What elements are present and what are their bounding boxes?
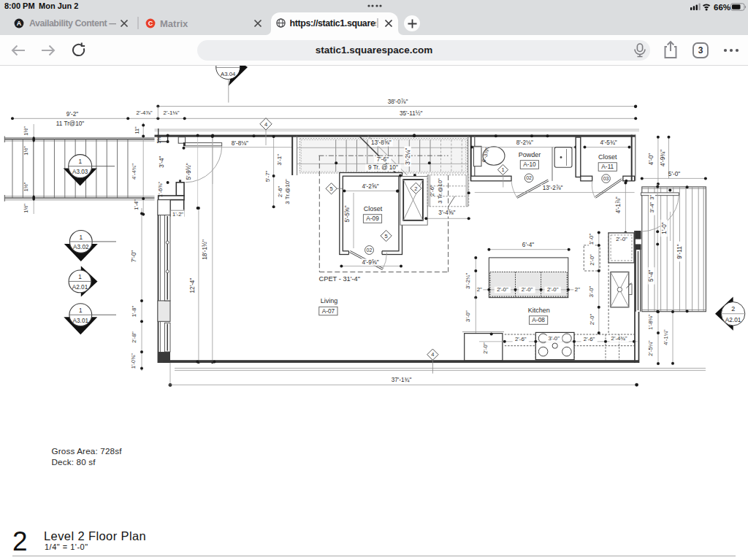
svg-text:4: 4 bbox=[431, 351, 434, 358]
svg-text:3'-4": 3'-4" bbox=[159, 156, 165, 167]
svg-text:02: 02 bbox=[526, 175, 532, 180]
svg-text:2'-0": 2'-0" bbox=[589, 314, 595, 326]
svg-text:1'-4": 1'-4" bbox=[133, 199, 140, 210]
svg-text:2'-4¾": 2'-4¾" bbox=[611, 335, 627, 342]
svg-text:A3.03: A3.03 bbox=[72, 169, 88, 175]
svg-text:3 Tr.@10": 3 Tr.@10" bbox=[284, 179, 291, 204]
svg-text:2'-0": 2'-0" bbox=[482, 342, 489, 354]
svg-text:13'-2⅞": 13'-2⅞" bbox=[543, 185, 563, 191]
svg-text:2'-0": 2'-0" bbox=[616, 236, 627, 242]
svg-text:11 Tr@10": 11 Tr@10" bbox=[56, 120, 84, 127]
svg-text:6'-4": 6'-4" bbox=[522, 242, 534, 248]
svg-text:2": 2" bbox=[477, 286, 482, 293]
svg-text:1'-0": 1'-0" bbox=[589, 234, 595, 245]
svg-text:Closet: Closet bbox=[364, 205, 383, 212]
svg-text:9'-11": 9'-11" bbox=[676, 244, 683, 258]
svg-text:4'-1⅞": 4'-1⅞" bbox=[615, 196, 622, 213]
svg-text:4'-2⅝": 4'-2⅝" bbox=[362, 183, 378, 190]
svg-text:4'-0": 4'-0" bbox=[648, 153, 654, 165]
svg-text:2'-5¼": 2'-5¼" bbox=[647, 340, 654, 356]
svg-text:C: C bbox=[148, 20, 153, 27]
svg-text:5'-7": 5'-7" bbox=[264, 171, 271, 183]
svg-text:A-11: A-11 bbox=[601, 163, 614, 170]
svg-text:A-08: A-08 bbox=[532, 316, 545, 323]
svg-text:3'-1": 3'-1" bbox=[276, 154, 283, 166]
svg-text:11": 11" bbox=[134, 126, 140, 134]
svg-text:5'-5⅝": 5'-5⅝" bbox=[344, 205, 351, 222]
svg-text:5'-9½": 5'-9½" bbox=[186, 163, 192, 180]
svg-text:2'-6": 2'-6" bbox=[429, 185, 435, 196]
svg-text:1'-0⅜": 1'-0⅜" bbox=[130, 353, 137, 369]
svg-text:Deck: 80 sf: Deck: 80 sf bbox=[52, 457, 96, 467]
svg-text:CPET - 31'-4": CPET - 31'-4" bbox=[319, 275, 361, 283]
svg-text:4'-9¾": 4'-9¾" bbox=[660, 150, 666, 166]
svg-text:3 Tr.@10": 3 Tr.@10" bbox=[437, 178, 443, 204]
svg-text:1'-8": 1'-8" bbox=[131, 306, 137, 318]
svg-text:1½": 1½" bbox=[23, 146, 29, 156]
svg-text:2'-6": 2'-6" bbox=[277, 185, 283, 197]
svg-text:3": 3" bbox=[649, 194, 655, 199]
svg-text:Powder: Powder bbox=[519, 151, 541, 158]
svg-text:13'-8⅝": 13'-8⅝" bbox=[371, 139, 392, 146]
svg-text:4'-9⅝": 4'-9⅝" bbox=[362, 259, 378, 266]
svg-text:66%: 66% bbox=[714, 3, 730, 12]
svg-text:3'-4": 3'-4" bbox=[649, 202, 655, 212]
svg-text:1: 1 bbox=[501, 166, 504, 173]
svg-text:3'-0": 3'-0" bbox=[548, 335, 560, 342]
svg-text:1½": 1½" bbox=[23, 182, 29, 191]
svg-text:2: 2 bbox=[731, 305, 735, 312]
svg-text:8'-8⅛": 8'-8⅛" bbox=[232, 140, 248, 147]
svg-text:5: 5 bbox=[385, 233, 388, 239]
svg-text:37'-1¾": 37'-1¾" bbox=[392, 377, 412, 383]
svg-text:1'-6⅜": 1'-6⅜" bbox=[157, 181, 164, 197]
svg-text:18'-1½": 18'-1½" bbox=[202, 239, 208, 260]
svg-text:03: 03 bbox=[603, 176, 609, 181]
svg-text:3'-4⅝": 3'-4⅝" bbox=[438, 210, 455, 216]
svg-text:5: 5 bbox=[330, 185, 333, 192]
svg-text:1: 1 bbox=[80, 234, 83, 241]
svg-text:A: A bbox=[17, 20, 22, 27]
svg-text:A2.01: A2.01 bbox=[725, 316, 741, 323]
svg-text:9'-2": 9'-2" bbox=[66, 111, 78, 118]
svg-text:1: 1 bbox=[79, 307, 83, 314]
svg-text:2'-8": 2'-8" bbox=[131, 331, 137, 343]
svg-text:3'-0": 3'-0" bbox=[465, 310, 471, 322]
svg-text:3'-0": 3'-0" bbox=[589, 285, 595, 297]
svg-text:A-10: A-10 bbox=[523, 161, 536, 168]
svg-text:Living: Living bbox=[321, 297, 338, 304]
svg-text:A-07: A-07 bbox=[322, 307, 335, 315]
svg-text:Closet: Closet bbox=[598, 153, 617, 161]
svg-text:4: 4 bbox=[264, 121, 267, 128]
svg-text:5⅜": 5⅜" bbox=[156, 134, 161, 144]
svg-text:2'-4⅞": 2'-4⅞" bbox=[137, 110, 153, 116]
svg-text:2'-0": 2'-0" bbox=[497, 286, 508, 293]
svg-text:4'-4¾": 4'-4¾" bbox=[131, 164, 137, 180]
svg-text:35'-11½": 35'-11½" bbox=[400, 110, 423, 117]
svg-text:1'-8⅛": 1'-8⅛" bbox=[647, 314, 654, 330]
svg-text:Kitchen: Kitchen bbox=[528, 307, 550, 314]
svg-text:A3.04: A3.04 bbox=[221, 71, 236, 77]
svg-text:3'-2¼": 3'-2¼" bbox=[405, 148, 411, 165]
svg-text:1'-2": 1'-2" bbox=[172, 211, 183, 218]
svg-text:7'-0": 7'-0" bbox=[131, 250, 137, 262]
svg-text:2'-1⅛": 2'-1⅛" bbox=[164, 110, 180, 116]
svg-text:1: 1 bbox=[78, 274, 82, 280]
svg-text:1½": 1½" bbox=[23, 126, 29, 136]
svg-text:A-09: A-09 bbox=[366, 215, 379, 222]
svg-text:4'-1¼": 4'-1¼" bbox=[663, 329, 669, 345]
svg-text:4'-5¾": 4'-5¾" bbox=[600, 139, 617, 146]
svg-text:5'-4": 5'-4" bbox=[648, 270, 654, 282]
svg-text:A3.02: A3.02 bbox=[73, 244, 89, 250]
svg-text:3'-2¼": 3'-2¼" bbox=[465, 272, 471, 288]
svg-text:8'-2⅛": 8'-2⅛" bbox=[516, 139, 533, 146]
svg-text:A3.01: A3.01 bbox=[73, 318, 89, 324]
svg-text:1: 1 bbox=[78, 158, 82, 165]
svg-text:1½": 1½" bbox=[23, 204, 29, 213]
svg-text:2'-6": 2'-6" bbox=[515, 336, 527, 342]
svg-text:2'-0": 2'-0" bbox=[547, 286, 559, 293]
svg-text:2'-0": 2'-0" bbox=[522, 286, 533, 293]
svg-text:2": 2" bbox=[575, 286, 580, 293]
svg-text:Gross Area: 728sf: Gross Area: 728sf bbox=[52, 446, 123, 456]
svg-text:12'-4": 12'-4" bbox=[189, 278, 196, 294]
svg-text:A2.01: A2.01 bbox=[72, 284, 88, 291]
